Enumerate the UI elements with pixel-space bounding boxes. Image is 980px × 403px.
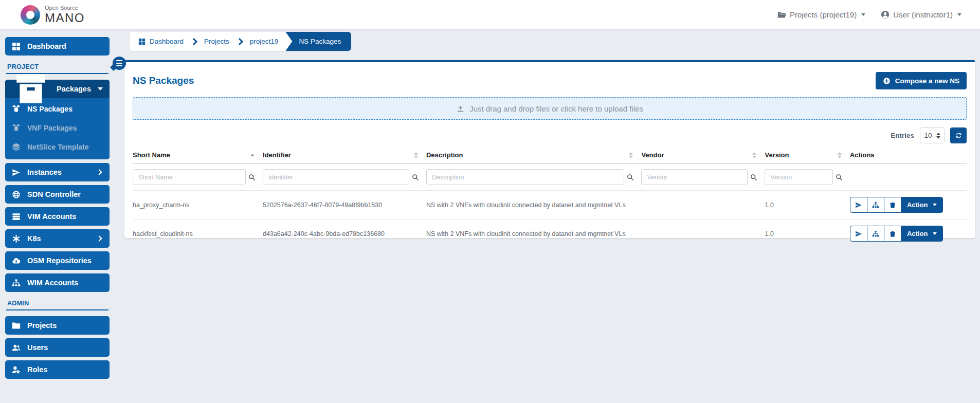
- paper-plane-icon: [855, 230, 862, 237]
- file-upload-dropzone[interactable]: Just drag and drop files or click here t…: [133, 97, 967, 120]
- refresh-button[interactable]: [950, 127, 967, 143]
- chevron-down-icon: [957, 13, 961, 16]
- box-icon: [12, 70, 50, 108]
- column-header-short-name[interactable]: Short Name: [133, 148, 263, 164]
- breadcrumb-label: project19: [250, 38, 279, 45]
- user-tag-icon: [12, 365, 21, 374]
- upload-icon: [456, 104, 465, 113]
- users-icon: [12, 343, 21, 352]
- search-icon: [248, 174, 256, 181]
- sidebar-item-osm-repositories[interactable]: OSM Repositories: [5, 251, 110, 270]
- sidebar-item-label: K8s: [27, 234, 41, 243]
- box-open-icon: [12, 123, 21, 132]
- number-stepper-icon: [936, 133, 940, 139]
- plus-circle-icon: [883, 77, 891, 85]
- sidebar-item-label: VIM Accounts: [27, 212, 76, 221]
- ns-packages-card: NS Packages Compose a new NS Just drag a…: [124, 60, 975, 238]
- show-topology-button[interactable]: [867, 197, 884, 213]
- filter-input-vendor[interactable]: [641, 169, 748, 185]
- chevron-right-icon: [96, 235, 102, 241]
- sidebar-item-netslice-template[interactable]: NetSlice Template: [5, 138, 110, 156]
- projects-dropdown-label: Projects (project19): [790, 10, 857, 19]
- sidebar-item-instances[interactable]: Instances: [5, 163, 110, 181]
- cell-description: NS with 2 VNFs with cloudinit connected …: [426, 219, 641, 248]
- cell-version: 1.0: [765, 219, 849, 248]
- action-dropdown-button[interactable]: Action: [901, 197, 943, 213]
- sidebar-item-packages[interactable]: Packages: [5, 80, 110, 98]
- column-header-identifier[interactable]: Identifier: [263, 148, 426, 164]
- sidebar-item-label: Projects: [27, 321, 57, 329]
- filter-input-description[interactable]: [426, 169, 624, 185]
- column-header-actions: Actions: [850, 148, 967, 164]
- entries-count-input[interactable]: 10: [920, 127, 945, 143]
- filter-input-short-name[interactable]: [133, 169, 246, 185]
- delete-ns-button[interactable]: [884, 197, 901, 213]
- trash-icon: [889, 230, 896, 237]
- entries-count-value: 10: [924, 132, 932, 139]
- page-title: NS Packages: [133, 75, 194, 86]
- sidebar: Dashboard PROJECT Packages NS Packages V…: [5, 37, 110, 382]
- cell-identifier: d43a6a42-240c-4abc-9bda-ed78bc136680: [263, 219, 426, 248]
- instantiate-ns-button[interactable]: [850, 197, 867, 213]
- breadcrumb-projects[interactable]: Projects: [204, 38, 229, 45]
- sidebar-item-sdn-controller[interactable]: SDN Controller: [5, 185, 110, 204]
- column-header-description[interactable]: Description: [426, 148, 641, 164]
- sort-icon: [838, 152, 842, 158]
- sort-icon: [414, 152, 418, 158]
- sidebar-item-vnf-packages[interactable]: VNF Packages: [5, 119, 110, 137]
- asterisk-icon: [12, 234, 21, 243]
- sidebar-item-label: NetSlice Template: [27, 143, 89, 151]
- paper-plane-icon: [12, 168, 21, 177]
- search-icon: [627, 174, 634, 181]
- breadcrumb-project19[interactable]: project19: [250, 38, 279, 45]
- column-header-vendor[interactable]: Vendor: [641, 148, 765, 164]
- sitemap-icon: [872, 202, 879, 209]
- show-topology-button[interactable]: [867, 226, 884, 242]
- column-header-version[interactable]: Version: [765, 148, 849, 164]
- sidebar-item-roles[interactable]: Roles: [5, 360, 110, 379]
- projects-dropdown[interactable]: Projects (project19): [777, 10, 865, 19]
- delete-ns-button[interactable]: [884, 226, 901, 242]
- breadcrumb-label: Dashboard: [150, 38, 184, 45]
- sidebar-item-users[interactable]: Users: [5, 338, 110, 357]
- folder-icon: [12, 321, 21, 330]
- cell-short-name: hackfest_cloudinit-ns: [133, 219, 263, 248]
- breadcrumb: Dashboard Projects project19 NS Packages: [130, 32, 351, 51]
- cell-vendor: [641, 191, 765, 219]
- filter-input-identifier[interactable]: [263, 169, 409, 185]
- search-icon: [750, 174, 757, 181]
- sitemap-icon: [12, 279, 21, 287]
- breadcrumb-label: Projects: [204, 38, 229, 45]
- sidebar-item-k8s[interactable]: K8s: [5, 229, 110, 248]
- sidebar-item-label: Roles: [27, 365, 48, 374]
- sidebar-item-label: Dashboard: [27, 42, 66, 50]
- sidebar-item-wim-accounts[interactable]: WIM Accounts: [5, 273, 110, 292]
- folder-open-icon: [777, 10, 786, 19]
- sidebar-item-vim-accounts[interactable]: VIM Accounts: [5, 207, 110, 226]
- compose-new-ns-button[interactable]: Compose a new NS: [876, 72, 967, 89]
- instantiate-ns-button[interactable]: [850, 226, 867, 242]
- cell-vendor: [641, 219, 765, 248]
- chevron-down-icon: [861, 13, 865, 16]
- filter-input-version[interactable]: [765, 169, 832, 185]
- box-open-icon: [12, 104, 21, 113]
- logo-top-text: Open Source: [45, 5, 85, 11]
- globe-icon: [12, 190, 21, 199]
- chevron-down-icon: [933, 204, 937, 206]
- sitemap-icon: [872, 230, 879, 237]
- sidebar-item-label: Instances: [27, 168, 62, 176]
- action-dropdown-button[interactable]: Action: [901, 226, 943, 242]
- sidebar-item-label: OSM Repositories: [27, 257, 92, 265]
- user-circle-icon: [881, 10, 890, 19]
- entries-label: Entries: [891, 132, 914, 139]
- sidebar-item-projects[interactable]: Projects: [5, 316, 110, 335]
- user-dropdown-label: User (instructor1): [893, 10, 953, 19]
- user-dropdown[interactable]: User (instructor1): [881, 10, 961, 19]
- upload-hint-text: Just drag and drop files or click here t…: [469, 104, 643, 113]
- sidebar-toggle-button[interactable]: [113, 57, 126, 70]
- sync-icon: [955, 132, 963, 139]
- breadcrumb-dashboard[interactable]: Dashboard: [138, 38, 184, 45]
- sidebar-item-dashboard[interactable]: Dashboard: [5, 37, 110, 56]
- server-icon: [12, 212, 21, 221]
- osm-logo-swirl-icon: [21, 5, 40, 25]
